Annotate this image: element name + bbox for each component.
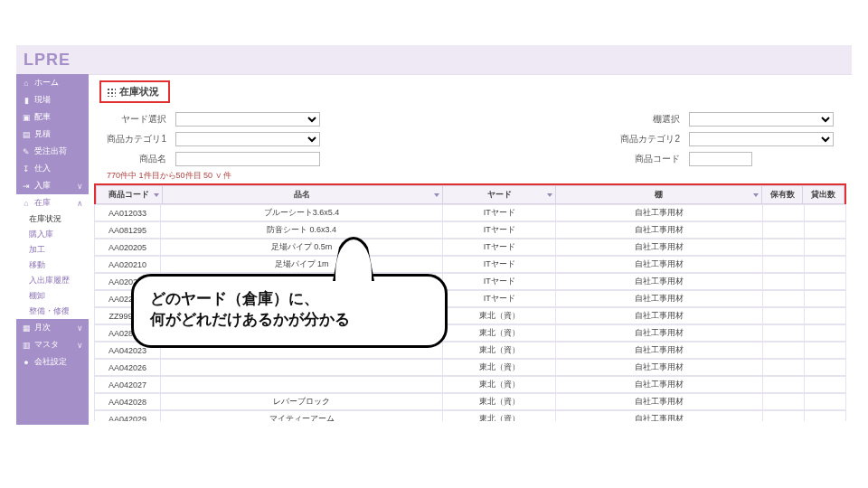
yard-select[interactable] — [175, 112, 320, 127]
cell-yard: 東北（資） — [443, 308, 556, 324]
table-row[interactable]: AA042028レバーブロック東北（資）自社工事用材 — [94, 393, 846, 410]
cell-shelf: 自社工事用材 — [556, 222, 763, 239]
col-header-品名[interactable]: 品名 — [162, 186, 443, 204]
order-icon: ✎ — [22, 147, 31, 156]
sidebar-item-現場[interactable]: ▮現場 — [16, 91, 89, 108]
month-icon: ▦ — [22, 324, 31, 333]
cell-own — [763, 394, 805, 410]
cell-shelf: 自社工事用材 — [556, 308, 763, 324]
col-header-貸出数[interactable]: 貸出数 — [803, 186, 844, 204]
sidebar-item-マスタ[interactable]: ▥マスタ∨ — [16, 336, 89, 353]
cell-yard: 東北（資） — [443, 360, 556, 376]
sidebar-sub-棚卸[interactable]: 棚卸 — [16, 288, 89, 304]
cell-yard: 東北（資） — [443, 325, 556, 342]
table-row[interactable]: AA020210足場パイプ 1mITヤード自社工事用材 — [94, 256, 846, 273]
sidebar-sub-入出庫履歴[interactable]: 入出庫履歴 — [16, 273, 89, 288]
chevron-down-icon: ∨ — [77, 182, 83, 191]
shelf-select-label: 棚選択 — [620, 113, 684, 126]
filter-bar: ヤード選択 棚選択 商品カテゴリ1 商品カテゴリ2 商品名 商品コード — [107, 112, 834, 166]
cell-shelf: 自社工事用材 — [556, 205, 763, 221]
cell-name — [160, 360, 442, 376]
brand-logo: LPRE — [24, 51, 71, 70]
cat2-select[interactable] — [689, 132, 834, 146]
cell-yard: 東北（資） — [443, 377, 556, 393]
cell-code: AA020210 — [95, 257, 161, 273]
cell-yard: ITヤード — [443, 274, 556, 290]
cell-own — [763, 411, 805, 422]
sidebar-item-受注出荷[interactable]: ✎受注出荷 — [16, 143, 89, 160]
cell-code: AA042028 — [95, 394, 161, 410]
cell-code: AA042027 — [95, 377, 161, 393]
sidebar-sub-整備・修復[interactable]: 整備・修復 — [16, 304, 89, 319]
cell-own — [763, 291, 805, 307]
cell-lend — [805, 325, 846, 342]
cell-lend — [805, 377, 846, 393]
sidebar-sub-移動[interactable]: 移動 — [16, 258, 89, 273]
cell-name: ブルーシート3.6x5.4 — [160, 205, 442, 221]
cell-shelf: 自社工事用材 — [556, 239, 763, 256]
quote-icon: ▤ — [22, 130, 31, 139]
cell-yard: ITヤード — [443, 257, 556, 273]
sidebar-item-見積[interactable]: ▤見積 — [16, 126, 89, 143]
cell-shelf: 自社工事用材 — [556, 325, 763, 342]
cell-name: マイティーアーム — [160, 411, 442, 422]
sidebar-sub-在庫状況[interactable]: 在庫状況 — [16, 211, 89, 227]
sidebar-item-会社設定[interactable]: ●会社設定 — [16, 353, 89, 371]
table-row[interactable]: AA042026東北（資）自社工事用材 — [94, 359, 846, 376]
sidebar-item-label: 月次 — [34, 322, 51, 333]
sidebar-item-label: 仕入 — [34, 163, 51, 174]
table-row[interactable]: AA012033ブルーシート3.6x5.4ITヤード自社工事用材 — [94, 204, 846, 221]
cell-code: AA042026 — [95, 360, 161, 376]
sidebar-item-label: 現場 — [34, 94, 51, 106]
main-panel: 在庫状況 ヤード選択 棚選択 商品カテゴリ1 商品カテゴリ2 商品名 商品コード… — [89, 74, 852, 425]
sidebar-sub-加工[interactable]: 加工 — [16, 242, 89, 258]
cell-shelf: 自社工事用材 — [556, 343, 763, 359]
sidebar-item-label: 受注出荷 — [34, 145, 67, 157]
shelf-select[interactable] — [689, 112, 834, 127]
cell-yard: ITヤード — [443, 205, 556, 221]
cell-lend — [805, 274, 846, 290]
col-header-棚[interactable]: 棚 — [555, 186, 761, 204]
col-header-商品コード[interactable]: 商品コード — [97, 186, 163, 204]
site-icon: ▮ — [22, 96, 31, 105]
cell-yard: 東北（資） — [443, 343, 556, 359]
name-label: 商品名 — [107, 153, 170, 165]
cell-shelf: 自社工事用材 — [556, 291, 763, 307]
sidebar-item-在庫[interactable]: ⌂ 在庫 ∧ — [16, 194, 89, 211]
cell-code: AA081295 — [95, 222, 161, 239]
sidebar-item-入庫[interactable]: ⇥入庫∨ — [16, 177, 89, 194]
buy-icon: ↧ — [22, 164, 31, 174]
cell-yard: ITヤード — [443, 222, 556, 239]
cell-code: AA020205 — [95, 239, 161, 256]
col-header-ヤード[interactable]: ヤード — [443, 186, 555, 204]
cell-yard: 東北（資） — [443, 394, 556, 410]
cell-lend — [805, 239, 846, 256]
sidebar-item-label: 見積 — [34, 128, 51, 140]
sidebar-item-配車[interactable]: ▣配車 — [16, 108, 89, 126]
cell-lend — [805, 394, 846, 410]
table-row[interactable]: AA081295防音シート 0.6x3.4ITヤード自社工事用材 — [94, 221, 846, 239]
cat2-label: 商品カテゴリ2 — [620, 133, 684, 145]
grid-icon — [107, 88, 116, 97]
sidebar-sub-購入庫[interactable]: 購入庫 — [16, 227, 89, 242]
cell-lend — [805, 360, 846, 376]
sidebar-item-label: 入庫 — [34, 180, 51, 192]
table-row[interactable]: AA042027東北（資）自社工事用材 — [94, 376, 846, 393]
truck-icon: ▣ — [22, 113, 31, 122]
table-row[interactable]: AA042029マイティーアーム東北（資）自社工事用材 — [94, 410, 846, 421]
name-input[interactable] — [175, 152, 320, 166]
cat1-select[interactable] — [175, 132, 320, 146]
sidebar-item-仕入[interactable]: ↧仕入 — [16, 160, 89, 177]
code-input[interactable] — [689, 152, 752, 166]
table-row[interactable]: AA020205足場パイプ 0.5mITヤード自社工事用材 — [94, 239, 846, 256]
cell-own — [763, 343, 805, 359]
col-header-保有数[interactable]: 保有数 — [761, 186, 803, 204]
sidebar-item-ホーム[interactable]: ⌂ホーム — [16, 74, 89, 91]
cell-lend — [805, 291, 846, 307]
cell-name: レバーブロック — [160, 394, 442, 410]
cell-yard: ITヤード — [443, 239, 556, 256]
cell-own — [763, 360, 805, 376]
sidebar-item-月次[interactable]: ▦月次∨ — [16, 319, 89, 336]
cell-shelf: 自社工事用材 — [556, 377, 763, 393]
annotation-text: どのヤード（倉庫）に、 何がどれだけあるかが分かる — [150, 290, 350, 328]
